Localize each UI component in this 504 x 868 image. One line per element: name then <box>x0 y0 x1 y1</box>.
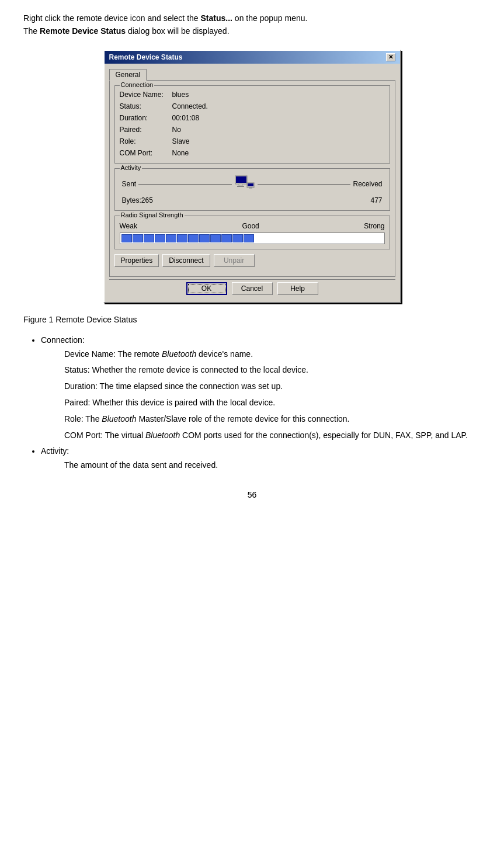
page-number: 56 <box>23 490 481 499</box>
intro-line1: Right click the remote device icon and s… <box>23 13 307 23</box>
signal-strong-label: Strong <box>364 222 384 230</box>
com-port-label: COM Port: <box>120 149 172 157</box>
dialog-footer: OK Cancel Help <box>109 279 395 297</box>
signal-block <box>121 234 132 242</box>
sub-item-activity-desc: The amount of the data sent and received… <box>64 459 481 473</box>
sub-item-role: Role: The Bluetooth Master/Slave role of… <box>64 412 481 426</box>
sub-item-duration: Duration: The time elapsed since the con… <box>64 380 481 394</box>
svg-rect-3 <box>237 186 244 187</box>
remote-device-status-dialog: Remote Device Status ✕ General Connectio… <box>103 50 401 303</box>
svg-rect-1 <box>236 176 246 183</box>
status-bold: Status... <box>201 13 232 23</box>
sub-item-status: Status: Whether the remote device is con… <box>64 363 481 377</box>
signal-block <box>221 234 232 242</box>
disconnect-button[interactable]: Disconnect <box>162 254 210 267</box>
signal-bar-fill <box>120 233 384 244</box>
status-label: Status: <box>120 102 172 110</box>
bytes-received-value: 477 <box>370 196 382 204</box>
com-port-value: None <box>172 149 189 157</box>
ok-button[interactable]: OK <box>186 282 227 295</box>
signal-block <box>155 234 165 242</box>
activity-group: Activity Sent <box>114 168 390 211</box>
dialog-title: Remote Device Status <box>109 53 183 61</box>
status-value: Connected. <box>172 102 208 110</box>
figure-caption: Figure 1 Remote Device Status <box>23 315 481 324</box>
signal-labels-row: Weak Good Strong <box>120 222 385 230</box>
activity-sub-list: The amount of the data sent and received… <box>64 459 481 473</box>
field-row-duration: Duration: 00:01:08 <box>120 112 385 122</box>
paired-value: No <box>172 126 181 134</box>
line-left <box>138 184 232 185</box>
field-row-com-port: COM Port: None <box>120 147 385 157</box>
network-svg <box>234 175 255 192</box>
duration-value: 00:01:08 <box>172 114 200 122</box>
tab-bar: General <box>109 68 395 80</box>
field-row-device-name: Device Name: blues <box>120 88 385 99</box>
sub-item-device-name: Device Name: The remote Bluetooth device… <box>64 348 481 362</box>
list-item-activity: Activity: The amount of the data sent an… <box>41 445 481 473</box>
signal-block <box>144 234 154 242</box>
connection-legend: Connection <box>120 81 155 88</box>
sub-item-com-port: COM Port: The virtual Bluetooth COM port… <box>64 429 481 443</box>
line-right <box>258 184 351 185</box>
signal-block <box>133 234 143 242</box>
signal-block <box>177 234 187 242</box>
connection-group: Connection Device Name: blues Status: Co… <box>114 85 390 164</box>
device-name-value: blues <box>172 91 189 99</box>
signal-legend: Radio Signal Strength <box>120 211 185 218</box>
duration-label: Duration: <box>120 114 172 122</box>
page-num-text: 56 <box>248 490 257 499</box>
activity-legend: Activity <box>120 164 142 171</box>
properties-button[interactable]: Properties <box>114 254 159 267</box>
bytes-sent-value: 265 <box>141 196 153 204</box>
signal-good-label: Good <box>242 222 259 230</box>
signal-block <box>232 234 243 242</box>
bytes-label: Bytes: <box>122 196 141 204</box>
help-button[interactable]: Help <box>277 282 318 295</box>
role-label: Role: <box>120 137 172 145</box>
sent-label: Sent <box>122 180 137 188</box>
device-name-label: Device Name: <box>120 91 172 99</box>
remote-device-status-bold: Remote Device Status <box>40 26 126 36</box>
signal-block <box>199 234 210 242</box>
sub-item-paired: Paired: Whether this device is paired wi… <box>64 396 481 410</box>
paired-label: Paired: <box>120 126 172 134</box>
intro-line2: The Remote Device Status dialog box will… <box>23 26 230 36</box>
signal-block <box>244 234 254 242</box>
dialog-titlebar: Remote Device Status ✕ <box>105 51 400 64</box>
bytes-row: Bytes: 265 477 <box>120 195 385 206</box>
action-buttons-row: Properties Disconnect Unpair <box>114 254 390 267</box>
svg-rect-5 <box>248 183 253 186</box>
svg-rect-2 <box>239 184 242 186</box>
network-icon <box>232 175 258 194</box>
signal-block <box>210 234 221 242</box>
field-row-paired: Paired: No <box>120 123 385 134</box>
dialog-body: General Connection Device Name: blues St… <box>105 64 400 302</box>
dialog-close-button[interactable]: ✕ <box>386 53 395 61</box>
tab-content-general: Connection Device Name: blues Status: Co… <box>109 80 395 277</box>
received-label: Received <box>353 180 382 188</box>
body-section: Connection: Device Name: The remote Blue… <box>23 334 481 473</box>
signal-bar-container <box>120 232 385 244</box>
connection-sub-list: Device Name: The remote Bluetooth device… <box>64 348 481 443</box>
dialog-wrapper: Remote Device Status ✕ General Connectio… <box>23 50 481 303</box>
signal-block <box>166 234 176 242</box>
unpair-button[interactable]: Unpair <box>214 254 255 267</box>
role-value: Slave <box>172 137 190 145</box>
activity-header-row: Sent <box>120 175 385 194</box>
signal-group: Radio Signal Strength Weak Good Strong <box>114 216 390 249</box>
signal-weak-label: Weak <box>120 222 137 230</box>
bullet-list: Connection: Device Name: The remote Blue… <box>41 334 481 473</box>
field-row-role: Role: Slave <box>120 135 385 145</box>
svg-rect-6 <box>249 188 252 189</box>
tab-general[interactable]: General <box>109 69 147 81</box>
intro-paragraph: Right click the remote device icon and s… <box>23 12 481 38</box>
field-row-status: Status: Connected. <box>120 100 385 110</box>
connection-label: Connection: <box>41 335 85 345</box>
activity-bullet-label: Activity: <box>41 446 69 456</box>
signal-block <box>188 234 199 242</box>
list-item-connection: Connection: Device Name: The remote Blue… <box>41 334 481 443</box>
cancel-button[interactable]: Cancel <box>232 282 273 295</box>
